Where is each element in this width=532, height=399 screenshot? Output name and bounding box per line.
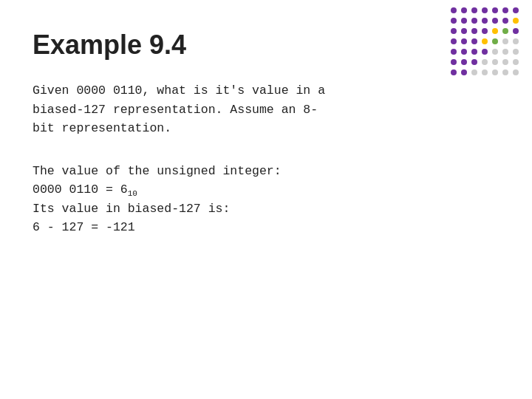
dot-grid-decoration (451, 7, 522, 78)
subscript-10: 10 (128, 190, 137, 199)
slide-title: Example 9.4 (33, 30, 499, 61)
solution-line1: The value of the unsigned integer: (33, 164, 282, 178)
solution-line4: 6 - 127 = -121 (33, 220, 135, 234)
solution-line3: Its value in biased-127 is: (33, 202, 230, 216)
problem-line2: biased-127 representation. Assume an 8- (33, 103, 318, 117)
solution-line2: 0000 0110 = 610 (33, 183, 137, 197)
slide-content: Given 0000 0110, what is it's value in a… (33, 81, 499, 237)
solution: The value of the unsigned integer: 0000 … (33, 162, 499, 237)
problem-statement: Given 0000 0110, what is it's value in a… (33, 81, 499, 138)
problem-line1: Given 0000 0110, what is it's value in a (33, 83, 325, 98)
slide: Example 9.4 Given 0000 0110, what is it'… (0, 0, 532, 399)
problem-line3: bit representation. (33, 121, 171, 135)
